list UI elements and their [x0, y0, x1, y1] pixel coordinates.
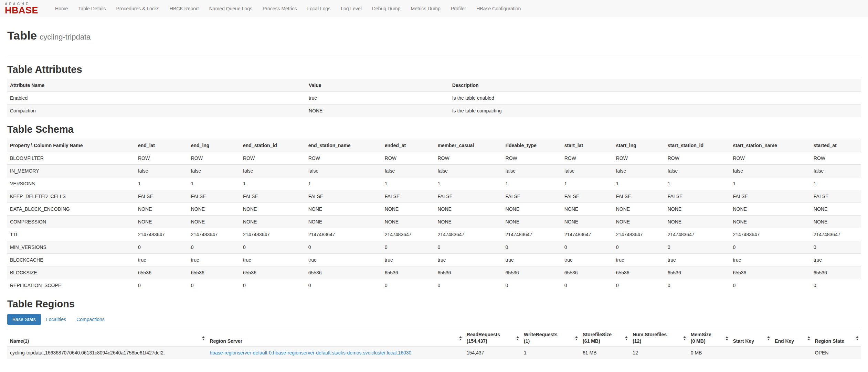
schema-property-value: NONE — [562, 215, 613, 228]
schema-property-value: ROW — [665, 152, 730, 164]
schema-property-value: 2147483647 — [503, 228, 562, 241]
schema-property-value: NONE — [435, 215, 502, 228]
schema-property-value: 1 — [811, 177, 861, 190]
schema-family-start-station-id: start_station_id — [665, 139, 730, 152]
regions-col-label: End Key — [775, 338, 794, 344]
sort-icon[interactable] — [202, 336, 205, 340]
regions-col-end-key[interactable]: End Key — [772, 330, 812, 347]
sort-icon[interactable] — [459, 336, 462, 340]
schema-property-value: NONE — [188, 203, 240, 215]
hbase-logo[interactable]: APACHE HBASE — [5, 0, 38, 17]
table-name: cycling-tripdata — [40, 33, 91, 41]
schema-family-start-lng: start_lng — [613, 139, 665, 152]
schema-property-value: NONE — [613, 215, 665, 228]
regions-col-label: MemSize — [691, 332, 711, 337]
nav-link-named-queue-logs[interactable]: Named Queue Logs — [204, 0, 257, 17]
regions-col-readrequests[interactable]: ReadRequests(154,437) — [464, 330, 521, 347]
regions-col-region-server[interactable]: Region Server — [207, 330, 464, 347]
nav-link-table-details[interactable]: Table Details — [73, 0, 111, 17]
region-start-key — [730, 347, 772, 359]
nav-link-hbck-report[interactable]: HBCK Report — [165, 0, 204, 17]
schema-row-versions: VERSIONS111111111111 — [7, 177, 861, 190]
nav-item-metrics-dump: Metrics Dump — [405, 0, 445, 17]
sort-icon[interactable] — [625, 336, 628, 340]
regions-col-label: (61 MB) — [583, 338, 600, 344]
nav-link-log-level[interactable]: Log Level — [336, 0, 367, 17]
regions-col-label: ReadRequests — [467, 332, 500, 337]
regions-col-writerequests[interactable]: WriteRequests(1) — [521, 330, 580, 347]
sort-icon[interactable] — [726, 336, 728, 340]
nav-link-home[interactable]: Home — [50, 0, 73, 17]
regions-col-num-storefiles[interactable]: Num.Storefiles(12) — [630, 330, 688, 347]
attribute-name: Enabled — [7, 92, 306, 105]
schema-property-name: TTL — [7, 228, 135, 241]
attributes-col-value: Value — [306, 79, 449, 92]
schema-property-value: false — [503, 164, 562, 177]
regions-col-label: StorefileSize — [583, 332, 612, 337]
schema-property-value: 1 — [135, 177, 188, 190]
schema-property-value: 0 — [811, 279, 861, 292]
regions-col-label: (154,437) — [467, 338, 487, 344]
sort-icon[interactable] — [516, 336, 519, 340]
schema-property-name: BLOOMFILTER — [7, 152, 135, 164]
nav-link-profiler[interactable]: Profiler — [446, 0, 471, 17]
sort-icon[interactable] — [807, 336, 810, 340]
region-tab-link-base-stats[interactable]: Base Stats — [7, 314, 41, 325]
schema-property-value: true — [613, 253, 665, 266]
schema-family-start-station-name: start_station_name — [730, 139, 811, 152]
schema-property-value: false — [188, 164, 240, 177]
schema-property-value: 65536 — [382, 266, 435, 279]
nav-link-debug-dump[interactable]: Debug Dump — [367, 0, 406, 17]
nav-link-process-metrics[interactable]: Process Metrics — [257, 0, 302, 17]
schema-property-value: true — [240, 253, 306, 266]
region-server-link[interactable]: hbase-regionserver-default-0.hbase-regio… — [210, 350, 411, 355]
schema-property-value: 0 — [135, 279, 188, 292]
regions-col-memsize[interactable]: MemSize(0 MB) — [688, 330, 730, 347]
schema-family-end-lat: end_lat — [135, 139, 188, 152]
schema-property-value: true — [382, 253, 435, 266]
nav-link-hbase-configuration[interactable]: HBase Configuration — [471, 0, 526, 17]
schema-property-value: false — [562, 164, 613, 177]
schema-property-value: true — [730, 253, 811, 266]
sort-icon[interactable] — [767, 336, 770, 340]
schema-property-value: 0 — [435, 241, 502, 253]
schema-property-value: 65536 — [665, 266, 730, 279]
schema-property-value: false — [240, 164, 306, 177]
sort-icon[interactable] — [856, 336, 859, 340]
schema-property-value: 1 — [306, 177, 382, 190]
schema-property-value: NONE — [665, 215, 730, 228]
schema-property-value: 65536 — [503, 266, 562, 279]
schema-row-data-block-encoding: DATA_BLOCK_ENCODINGNONENONENONENONENONEN… — [7, 203, 861, 215]
schema-row-min-versions: MIN_VERSIONS000000000000 — [7, 241, 861, 253]
regions-col-region-state[interactable]: Region State — [812, 330, 861, 347]
regions-col-storefilesize[interactable]: StorefileSize(61 MB) — [580, 330, 630, 347]
top-navbar: APACHE HBASE HomeTable DetailsProcedures… — [0, 0, 868, 17]
nav-link-metrics-dump[interactable]: Metrics Dump — [405, 0, 445, 17]
schema-property-value: 2147483647 — [382, 228, 435, 241]
schema-property-value: ROW — [240, 152, 306, 164]
schema-property-value: 0 — [730, 279, 811, 292]
schema-property-value: 0 — [382, 241, 435, 253]
nav-link-procedures-locks[interactable]: Procedures & Locks — [111, 0, 165, 17]
schema-family-end-station-id: end_station_id — [240, 139, 306, 152]
schema-property-value: 0 — [665, 241, 730, 253]
sort-icon[interactable] — [683, 336, 686, 340]
attribute-row-enabled: EnabledtrueIs the table enabled — [7, 92, 861, 105]
nav-link-local-logs[interactable]: Local Logs — [302, 0, 336, 17]
attributes-header-row: Attribute NameValueDescription — [7, 79, 861, 92]
sort-icon[interactable] — [575, 336, 578, 340]
schema-row-blockcache: BLOCKCACHEtruetruetruetruetruetruetruetr… — [7, 253, 861, 266]
region-tab-link-compactions[interactable]: Compactions — [71, 314, 110, 325]
schema-row-bloomfilter: BLOOMFILTERROWROWROWROWROWROWROWROWROWRO… — [7, 152, 861, 164]
schema-property-value: 65536 — [435, 266, 502, 279]
regions-heading: Table Regions — [7, 298, 861, 310]
regions-col-name-1[interactable]: Name(1) — [7, 330, 207, 347]
schema-property-value: false — [135, 164, 188, 177]
region-tab-link-localities[interactable]: Localities — [41, 314, 71, 325]
regions-col-start-key[interactable]: Start Key — [730, 330, 772, 347]
schema-property-value: 65536 — [730, 266, 811, 279]
page-title: Tablecycling-tripdata — [7, 29, 861, 42]
schema-property-value: NONE — [503, 215, 562, 228]
schema-property-value: 2147483647 — [306, 228, 382, 241]
schema-property-value: NONE — [730, 203, 811, 215]
